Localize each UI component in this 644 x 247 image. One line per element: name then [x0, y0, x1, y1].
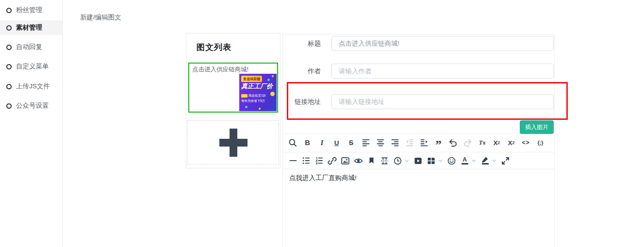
sidebar-item-account-settings[interactable]: 公众号设置 [0, 99, 62, 113]
title-label: 标题 [283, 36, 321, 51]
underline-icon[interactable]: U [332, 137, 341, 148]
superscript-x: X [508, 139, 512, 147]
sidebar-item-fans[interactable]: 粉丝管理 [0, 3, 62, 17]
radio-circle-icon [6, 45, 12, 50]
article-list-panel: 图文列表 点击进入供应链商城! 直连供应链 真正工厂价 商品低至1折 每年为你省… [186, 33, 281, 168]
form-row-author: 作者 [283, 64, 554, 79]
subscript-x: X [494, 139, 498, 147]
undo-icon[interactable] [448, 137, 458, 148]
font-color-bar [462, 163, 468, 165]
article-card-selected[interactable]: 点击进入供应链商城! 直连供应链 真正工厂价 商品低至1折 每年为你省下5万 [188, 63, 278, 113]
article-list-header: 图文列表 [197, 42, 280, 53]
highlight-dropdown-chevron-icon[interactable] [492, 158, 497, 164]
insert-image-button[interactable]: 插入图片 [520, 120, 554, 134]
sidebar: 粉丝管理 素材管理 自动回复 自定义菜单 上传JS文件 公众号设置 [0, 0, 63, 247]
decor-dot [259, 108, 261, 110]
code-block-icon[interactable]: {;} [536, 137, 545, 148]
article-thumbnail: 直连供应链 真正工厂价 商品低至1折 每年为你省下5万 [239, 74, 277, 111]
redo-icon[interactable] [463, 137, 472, 148]
preview-eye-icon[interactable] [354, 155, 363, 166]
image-icon[interactable] [341, 155, 350, 166]
bookmark-icon[interactable] [367, 155, 376, 166]
highlight-pen-icon[interactable] [480, 155, 490, 166]
thumbnail-line1-text: 商品低至1折 [248, 94, 266, 98]
table-dropdown-chevron-icon[interactable] [438, 158, 443, 164]
plus-icon [219, 129, 248, 157]
ordered-list-icon[interactable] [314, 155, 324, 166]
strikethrough-icon[interactable]: S [347, 137, 356, 148]
indent-icon[interactable] [419, 137, 429, 148]
align-center-icon[interactable] [376, 137, 385, 148]
subscript-icon[interactable]: X2 [492, 137, 501, 148]
thumbnail-headline: 真正工厂价 [241, 82, 273, 91]
thumbnail-line1: 商品低至1折 [241, 94, 266, 98]
editor-content-area[interactable]: 点我进入工厂直购商城! [283, 169, 554, 247]
highlight-pen-bar [482, 163, 489, 165]
radio-circle-icon [6, 8, 12, 13]
form-row-link: 链接地址 [283, 94, 554, 109]
table-icon[interactable] [427, 155, 436, 166]
sidebar-item-label: 粉丝管理 [16, 6, 42, 15]
search-icon[interactable] [288, 137, 297, 148]
font-color-letter: A [462, 157, 467, 163]
subscript-2: 2 [497, 140, 500, 145]
editor-text: 点我进入工厂直购商城! [289, 174, 357, 181]
link-input[interactable] [331, 94, 554, 109]
sidebar-item-label: 自动回复 [16, 43, 42, 51]
page-title: 新建/编辑图文 [80, 13, 121, 22]
outdent-icon[interactable] [405, 137, 414, 148]
decor-dot [270, 92, 275, 96]
align-left-icon[interactable] [361, 137, 370, 148]
italic-icon[interactable]: I [317, 137, 327, 148]
sidebar-item-label: 素材管理 [16, 23, 42, 32]
app-window: 粉丝管理 素材管理 自动回复 自定义菜单 上传JS文件 公众号设置 新建/编辑图… [0, 0, 644, 247]
sidebar-item-material[interactable]: 素材管理 [0, 20, 62, 35]
blockquote-icon[interactable]: ” [434, 140, 443, 150]
clock-dropdown-chevron-icon[interactable] [404, 158, 410, 164]
fullscreen-icon[interactable] [501, 155, 510, 166]
form-row-title: 标题 [283, 36, 554, 51]
font-color-dropdown-chevron-icon[interactable] [471, 158, 477, 164]
decor-dot [272, 75, 274, 77]
superscript-2: 2 [512, 140, 514, 145]
clear-format-icon[interactable]: Tx [478, 137, 487, 148]
page-break-icon[interactable] [380, 155, 389, 166]
link-label: 链接地址 [283, 94, 321, 109]
yellow-chip-icon [241, 94, 248, 98]
sidebar-item-upload-js[interactable]: 上传JS文件 [0, 79, 62, 94]
radio-circle-icon [6, 64, 12, 69]
sidebar-item-custom-menu[interactable]: 自定义菜单 [0, 59, 62, 74]
decor-dot [267, 79, 270, 81]
clear-format-x: x [482, 140, 485, 146]
author-label: 作者 [283, 64, 321, 79]
article-form: 标题 作者 链接地址 插入图片 B I U S [282, 34, 555, 247]
radio-circle-icon [6, 84, 12, 89]
radio-circle-icon [6, 25, 12, 31]
font-color-icon[interactable]: A [460, 155, 469, 166]
editor-toolbar-row2: A [283, 152, 554, 169]
title-input[interactable] [331, 36, 554, 51]
clear-format-t: T [479, 139, 483, 147]
sidebar-item-label: 上传JS文件 [16, 82, 50, 91]
decor-dot [245, 106, 248, 108]
editor-toolbar-row1: B I U S ” [283, 133, 554, 152]
sidebar-item-autoreply[interactable]: 自动回复 [0, 40, 62, 54]
bold-icon[interactable]: B [303, 137, 312, 148]
link-icon[interactable] [328, 155, 337, 166]
author-input[interactable] [331, 64, 554, 79]
horizontal-rule-icon[interactable] [288, 155, 297, 166]
add-article-button[interactable] [187, 120, 279, 165]
superscript-icon[interactable]: X2 [507, 137, 516, 148]
clock-icon[interactable] [393, 155, 402, 166]
thumbnail-line2: 每年为你省下5万 [241, 99, 265, 103]
thumbnail-badge: 直连供应链 [241, 76, 262, 82]
align-right-icon[interactable] [390, 137, 399, 148]
sidebar-item-label: 公众号设置 [16, 101, 49, 110]
inline-code-icon[interactable]: <> [521, 137, 530, 148]
radio-circle-icon [6, 103, 12, 109]
sidebar-item-label: 自定义菜单 [16, 62, 49, 71]
emoji-icon[interactable] [447, 155, 456, 166]
video-icon[interactable] [413, 155, 423, 166]
bullet-list-icon[interactable] [301, 155, 311, 166]
